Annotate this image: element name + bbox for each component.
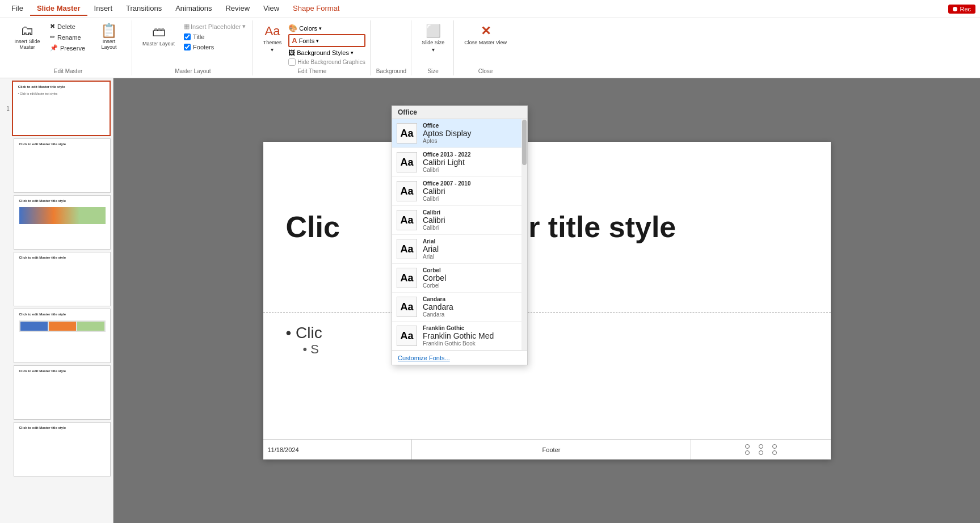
font-info-arial: Arial Arial Arial: [423, 238, 439, 260]
tab-view[interactable]: View: [256, 2, 286, 16]
title-checkbox[interactable]: [184, 33, 191, 40]
colors-button[interactable]: 🎨 Colors ▾: [288, 24, 365, 32]
font-item-office[interactable]: Aa Office Aptos Display Aptos: [392, 119, 527, 148]
hide-bg-label: Hide Background Graphics: [297, 59, 365, 65]
close-master-view-button[interactable]: ✕ Close Master View: [460, 22, 511, 48]
canvas-area[interactable]: Click to edit Mster title style • Click …: [113, 78, 980, 523]
rename-button[interactable]: ✏ Rename: [48, 32, 87, 42]
font-preview-office: Aa: [397, 123, 417, 144]
fonts-dropdown-icon: ▾: [316, 38, 319, 44]
footer-center[interactable]: Footer: [412, 440, 691, 459]
footer-dots-row-1: [745, 444, 777, 449]
slide-canvas: Click to edit Mster title style • Click …: [263, 142, 831, 459]
slide-thumb-title-7: Click to edit Master title style: [17, 424, 108, 432]
tab-slide-master[interactable]: Slide Master: [30, 2, 87, 16]
title-check[interactable]: Title: [182, 32, 248, 41]
slide-thumb-5[interactable]: Click to edit Master title style: [14, 309, 111, 363]
close-master-view-icon: ✕: [481, 24, 491, 39]
main-area: 1 Click to edit Master title style • Cli…: [0, 78, 980, 523]
tab-animations[interactable]: Animations: [169, 2, 218, 16]
delete-icon: ✖: [50, 23, 55, 30]
tab-review[interactable]: Review: [218, 2, 256, 16]
slide-title-area[interactable]: Click to edit Mster title style: [263, 142, 831, 313]
record-icon: [953, 7, 957, 11]
slide-thumb-4[interactable]: Click to edit Master title style: [14, 252, 111, 306]
slide-thumb-title-4: Click to edit Master title style: [17, 254, 108, 262]
insert-placeholder-dropdown-icon: ▾: [242, 23, 246, 30]
dropdown-scrollbar-thumb[interactable]: [522, 120, 527, 165]
delete-button[interactable]: ✖ Delete: [48, 22, 87, 31]
footers-check-label: Footers: [193, 44, 214, 50]
slide-body-area[interactable]: • Click to edit Master text styles • Sec…: [263, 313, 831, 460]
font-info-corbel: Corbel Corbel Corbel: [423, 267, 446, 289]
insert-slide-master-button[interactable]: 🗂 Insert Slide Master: [9, 22, 45, 52]
footer-date[interactable]: 11/18/2024: [263, 440, 413, 459]
font-item-arial[interactable]: Aa Arial Arial Arial: [392, 235, 527, 264]
font-item-office_2013[interactable]: Aa Office 2013 - 2022 Calibri Light Cali…: [392, 148, 527, 177]
slide-thumb-inner-6: Click to edit Master title style: [17, 367, 108, 418]
slide-thumb-title-3: Click to edit Master title style: [17, 197, 108, 205]
dot-2: [759, 444, 763, 449]
tab-insert[interactable]: Insert: [87, 2, 120, 16]
slide-size-button[interactable]: ⬜ Slide Size ▾: [417, 22, 449, 55]
slide-size-dropdown-icon: ▾: [432, 47, 435, 53]
font-item-calibri[interactable]: Aa Calibri Calibri Calibri: [392, 206, 527, 235]
footer-dots-row-2: [745, 450, 777, 455]
slide-thumb-7[interactable]: Click to edit Master title style: [14, 422, 111, 476]
tab-shape-format[interactable]: Shape Format: [286, 2, 346, 16]
rename-label: Rename: [57, 34, 81, 41]
preserve-label: Preserve: [60, 45, 85, 52]
font-name-sub-arial: Arial: [423, 254, 439, 260]
slide-thumb-6[interactable]: Click to edit Master title style: [14, 365, 111, 420]
group-edit-master-content: 🗂 Insert Slide Master ✖ Delete ✏ Rename …: [9, 22, 127, 66]
slide-number-1: 1: [2, 106, 10, 112]
font-preview-calibri: Aa: [397, 210, 417, 230]
dot-1: [745, 444, 750, 449]
slide-thumb-inner-7: Click to edit Master title style: [17, 424, 108, 475]
background-styles-button[interactable]: 🖼 Background Styles ▾: [288, 49, 365, 57]
fonts-button[interactable]: A Fonts ▾: [288, 34, 365, 47]
slide-thumb-2[interactable]: Click to edit Master title style: [14, 138, 111, 193]
dot-5: [759, 450, 763, 455]
themes-button[interactable]: Aa Themes ▾: [259, 22, 287, 55]
fonts-dropdown: Office Aa Office Aptos Display Aptos Aa …: [392, 106, 528, 365]
font-item-corbel[interactable]: Aa Corbel Corbel Corbel: [392, 264, 527, 293]
dot-3: [772, 444, 777, 449]
hide-background-graphics-check[interactable]: Hide Background Graphics: [288, 58, 365, 66]
slide-panel-item-4: Click to edit Master title style: [2, 252, 111, 306]
preserve-button[interactable]: 📌 Preserve: [48, 43, 87, 53]
dot-4: [745, 450, 750, 455]
slide-thumb-inner-5: Click to edit Master title style: [17, 310, 108, 361]
footers-check[interactable]: Footers: [182, 43, 248, 52]
font-name-main-office_2007: Calibri: [423, 187, 471, 196]
font-item-candara[interactable]: Aa Candara Candara Candara: [392, 293, 527, 322]
font-name-main-corbel: Corbel: [423, 273, 446, 282]
record-button[interactable]: Rec: [948, 5, 975, 14]
font-item-office_2007[interactable]: Aa Office 2007 - 2010 Calibri Calibri: [392, 177, 527, 206]
tab-transitions[interactable]: Transitions: [119, 2, 169, 16]
font-info-calibri: Calibri Calibri Calibri: [423, 209, 445, 231]
font-name-top-franklin: Franklin Gothic: [423, 325, 494, 331]
font-name-main-calibri: Calibri: [423, 216, 445, 225]
font-info-candara: Candara Candara Candara: [423, 296, 453, 318]
dot-6: [772, 450, 777, 455]
slide-thumb-1[interactable]: Click to edit Master title style • Click…: [12, 81, 111, 136]
footer-right: [691, 440, 831, 459]
slide-panel-item-5: Click to edit Master title style: [2, 309, 111, 363]
insert-placeholder-button[interactable]: ▦ Insert Placeholder ▾: [182, 22, 248, 31]
delete-label: Delete: [57, 23, 75, 30]
footers-checkbox[interactable]: [184, 44, 191, 50]
font-item-franklin[interactable]: Aa Franklin Gothic Franklin Gothic Med F…: [392, 322, 527, 351]
font-name-sub-office_2013: Calibri: [423, 167, 471, 173]
dropdown-scrollbar[interactable]: [521, 119, 527, 351]
slide-panel-item-1: 1 Click to edit Master title style • Cli…: [2, 81, 111, 136]
slide-thumb-3[interactable]: Click to edit Master title style: [14, 195, 111, 250]
dropdown-section-header: Office: [392, 106, 527, 119]
customize-fonts-link[interactable]: Customize Fonts...: [392, 351, 527, 365]
background-styles-label: Background Styles: [297, 49, 349, 56]
font-name-top-office_2013: Office 2013 - 2022: [423, 151, 471, 158]
tab-file[interactable]: File: [5, 2, 30, 16]
master-layout-button[interactable]: 🗃 Master Layout: [138, 22, 179, 49]
hide-bg-checkbox[interactable]: [288, 58, 296, 66]
insert-layout-button[interactable]: 📋 Insert Layout: [91, 22, 127, 52]
